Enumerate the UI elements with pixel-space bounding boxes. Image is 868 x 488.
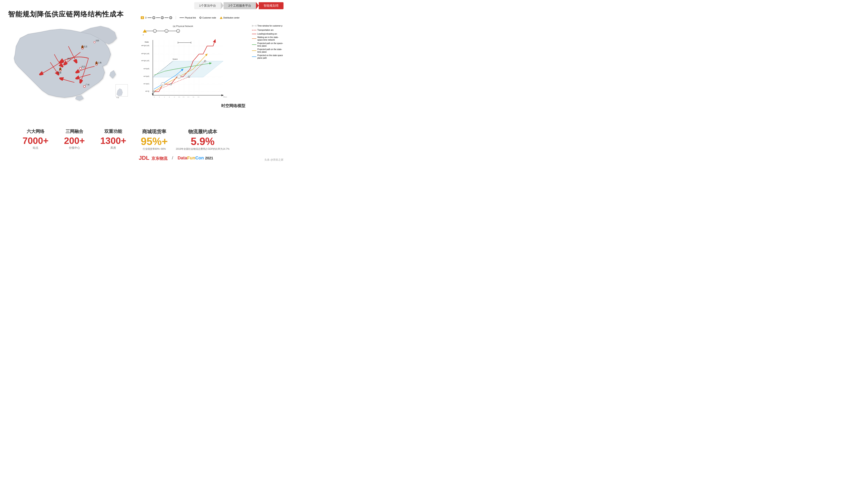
distribution-center-triangle <box>220 17 223 19</box>
jdl-text: 京东物流 <box>151 156 167 161</box>
svg-text:w2=[p2]: w2=[p2] <box>143 75 149 77</box>
page-title: 智能规划降低供应链网络结构性成本 <box>8 10 124 19</box>
svg-text:2: 2 <box>166 30 167 32</box>
legend-projected-state-label: Projected path on the state-time plane <box>257 48 283 53</box>
svg-text:18: 18 <box>197 96 199 97</box>
seq-line3 <box>164 18 168 18</box>
legend-loading-arc: Loading/unloading arc <box>252 33 283 35</box>
legend-network-sequence: 0 3 1 2 3 <box>141 16 172 19</box>
svg-text:w1=[p1]: w1=[p1] <box>143 83 149 85</box>
physical-link-line <box>180 18 184 18</box>
node-1: 1 <box>152 16 155 19</box>
svg-text:12: 12 <box>183 96 184 97</box>
svg-text:0: 0 <box>154 96 155 97</box>
dash-red-line <box>252 30 256 30</box>
legend-projected-state-space-label: Projected on the state space plane path <box>257 54 283 59</box>
legend-transport-arc-label: Transportation arc <box>257 28 274 32</box>
svg-text:3: 3 <box>178 30 179 32</box>
svg-text:6: 6 <box>169 96 170 97</box>
datafuncon-year: 2021 <box>205 156 213 160</box>
svg-text:w6=[p2,p3]: w6=[p2,p3] <box>141 44 149 46</box>
svg-point-65 <box>153 91 155 93</box>
legend-loading-arc-label: Loading/unloading arc <box>257 33 277 35</box>
svg-text:1: 1 <box>154 30 155 32</box>
legend-distribution-center: Distribution center <box>220 17 240 19</box>
svg-text:广州: 广州 <box>86 84 90 86</box>
stat-function: 双重功能 1300+ 库房 <box>94 128 133 150</box>
diagram-container: 0 3 1 2 3 Physical link Customer node Di… <box>139 16 285 115</box>
bottom-stats-section: 六大网络 7000+ 站点 三网融合 200+ 分拣中心 双重功能 1300+ … <box>0 128 289 151</box>
metric-fulfillment-sub: 2019年全国社会物流总费用占GDP的比率为14.7% <box>176 147 229 151</box>
nav-item-2-label: 2个工程服务平台 <box>228 4 251 8</box>
seq-3: 3 <box>145 17 146 19</box>
solid-green-line <box>252 44 256 45</box>
svg-point-8 <box>80 67 82 69</box>
datafuncon-label: DataFunCon 2021 <box>178 155 213 161</box>
diagram-section: 0 3 1 2 3 Physical link Customer node Di… <box>139 16 285 115</box>
jdl-logo: JDL 京东物流 <box>139 155 167 161</box>
svg-text:上海: 上海 <box>97 62 101 64</box>
svg-text:14: 14 <box>187 96 189 97</box>
svg-text:沈阳: 沈阳 <box>95 40 99 42</box>
stat-function-value: 1300+ <box>94 136 133 145</box>
svg-text:Time: Time <box>223 96 227 97</box>
datafuncon-con: Con <box>195 155 204 160</box>
nav-item-algorithm[interactable]: 1个算法中台 <box>194 2 221 9</box>
solid-orange-line <box>252 38 256 39</box>
svg-text:成都: 成都 <box>57 71 61 74</box>
metric-availability-label: 商城现货率 <box>141 128 168 135</box>
svg-point-4 <box>84 86 86 88</box>
svg-point-68 <box>204 60 206 62</box>
svg-text:2: 2 <box>162 84 163 86</box>
legend-projected-state-space: Projected on the state space plane path <box>252 54 283 59</box>
distribution-center-label: Distribution center <box>223 17 240 19</box>
svg-text:中国: 中国 <box>116 97 119 98</box>
stat-function-label: 双重功能 <box>94 128 133 134</box>
legend-waiting-arc: Waiting are in the state-space-time netw… <box>252 36 283 41</box>
nav-item-engineering[interactable]: 2个工程服务平台 <box>224 2 256 9</box>
svg-text:w3=[p3]: w3=[p3] <box>143 68 149 69</box>
map-container: 北京 上海 广州 成都 武汉 西安 沈阳 <box>4 22 137 108</box>
svg-text:8: 8 <box>174 96 175 97</box>
metric-fulfillment-value: 5.9% <box>176 136 229 147</box>
svg-text:4: 4 <box>164 96 165 97</box>
svg-text:武汉: 武汉 <box>82 66 86 68</box>
jdl-icon: JDL <box>139 155 149 161</box>
svg-point-10 <box>66 60 67 61</box>
metric-availability-sub: 行业现货率80%~90% <box>141 147 168 151</box>
bracket-icon: ⊢⊣ <box>252 25 256 27</box>
physical-link-label: Physical link <box>185 17 196 19</box>
svg-point-66 <box>170 84 172 85</box>
spacetime-model-label: 时空网络模型 <box>221 103 245 108</box>
svg-text:0: 0 <box>143 34 144 36</box>
svg-rect-18 <box>59 68 61 70</box>
solid-blue-line <box>252 57 256 57</box>
svg-text:2: 2 <box>159 96 160 97</box>
stat-networks-value: 7000+ <box>16 136 55 145</box>
node-3: 3 <box>169 16 172 19</box>
legend-time-window: ⊢⊣ Time window for customer p <box>252 24 283 28</box>
legend-waiting-arc-label: Waiting are in the state-space-time netw… <box>257 36 283 41</box>
metric-availability-value: 95%+ <box>141 136 168 147</box>
svg-point-12 <box>94 41 95 43</box>
stat-function-sub: 库房 <box>94 146 133 150</box>
legend-physical-link: Physical link <box>180 17 196 19</box>
datafuncon-fun: Fun <box>187 155 195 160</box>
nav-item-planning[interactable]: 智能规划塔 <box>259 2 283 9</box>
svg-text:w0=[]: w0=[] <box>145 90 149 92</box>
node-0: 0 <box>141 16 144 19</box>
svg-text:10: 10 <box>178 96 180 97</box>
solid-gold-line <box>252 51 256 51</box>
china-map-svg: 北京 上海 广州 成都 武汉 西安 沈阳 <box>4 22 129 102</box>
node-2: 2 <box>161 16 164 19</box>
nav-arrow-2 <box>256 2 259 9</box>
svg-text:w4=[p1,p2]: w4=[p1,p2] <box>141 60 149 62</box>
stat-networks: 六大网络 7000+ 站点 <box>16 128 55 150</box>
right-stats-group: 商城现货率 95%+ 行业现货率80%~90% 物流履约成本 5.9% 2019… <box>133 128 289 151</box>
legend-top-row: 0 3 1 2 3 Physical link Customer node Di… <box>139 16 285 21</box>
legend-projected-state: Projected path on the state-time plane <box>252 48 283 53</box>
footer-slash: / <box>172 155 173 161</box>
seq-line1 <box>148 18 152 18</box>
stat-integration-value: 200+ <box>55 136 94 145</box>
svg-text:Space: Space <box>173 58 178 60</box>
